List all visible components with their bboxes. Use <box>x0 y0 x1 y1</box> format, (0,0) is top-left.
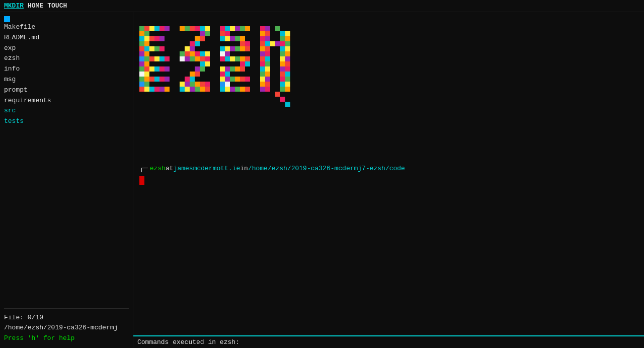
svg-rect-48 <box>149 87 154 92</box>
svg-rect-80 <box>195 66 200 72</box>
svg-rect-142 <box>220 82 225 87</box>
list-item[interactable]: requirements <box>4 96 129 106</box>
svg-rect-97 <box>205 87 210 92</box>
svg-rect-36 <box>139 72 144 77</box>
svg-rect-79 <box>205 61 210 66</box>
svg-rect-127 <box>240 61 245 66</box>
nav-touch[interactable]: TOUCH <box>47 2 67 10</box>
svg-rect-177 <box>280 56 285 61</box>
svg-rect-37 <box>144 72 149 77</box>
prompt-host: jamesmcdermott.ie <box>174 163 240 174</box>
svg-rect-54 <box>190 26 195 31</box>
svg-rect-18 <box>154 46 159 51</box>
svg-rect-2 <box>149 26 154 31</box>
svg-rect-136 <box>220 77 225 82</box>
svg-rect-189 <box>280 72 285 77</box>
list-item[interactable]: Makefile <box>4 22 129 33</box>
svg-rect-143 <box>225 82 230 87</box>
file-list: Makefile README.md exp ezsh info msg pro… <box>4 16 129 300</box>
svg-rect-34 <box>159 66 165 72</box>
svg-rect-114 <box>225 46 230 51</box>
svg-rect-145 <box>225 87 230 92</box>
file-count: File: 0/10 <box>4 313 129 323</box>
svg-rect-13 <box>139 41 144 46</box>
svg-rect-28 <box>139 61 144 66</box>
svg-rect-187 <box>260 72 265 77</box>
nav-home[interactable]: HOME <box>28 2 43 10</box>
sidebar: Makefile README.md exp ezsh info msg pro… <box>0 12 133 348</box>
prompt-line: ┌─ ezsh at jamesmcdermott.ie in /home/ez… <box>139 162 638 175</box>
svg-rect-39 <box>144 77 149 82</box>
svg-rect-120 <box>225 51 230 56</box>
svg-rect-95 <box>195 87 200 92</box>
svg-rect-115 <box>230 46 235 51</box>
svg-rect-160 <box>285 36 290 41</box>
svg-rect-57 <box>205 26 210 31</box>
svg-rect-63 <box>195 41 200 46</box>
svg-rect-50 <box>159 87 165 92</box>
svg-rect-93 <box>185 87 190 92</box>
bottom-bar-text: Commands executed in ezsh: <box>137 338 239 346</box>
svg-rect-9 <box>144 36 149 41</box>
svg-rect-32 <box>149 66 154 72</box>
list-item[interactable] <box>4 16 129 22</box>
list-item-src[interactable]: src <box>4 106 129 116</box>
svg-rect-130 <box>225 66 230 72</box>
svg-rect-128 <box>245 61 250 66</box>
svg-rect-52 <box>180 26 185 31</box>
svg-rect-157 <box>260 36 265 41</box>
svg-rect-73 <box>185 56 190 61</box>
svg-rect-134 <box>220 72 225 77</box>
svg-rect-139 <box>235 77 240 82</box>
svg-rect-184 <box>265 66 270 72</box>
svg-rect-141 <box>245 77 250 82</box>
svg-rect-200 <box>265 87 270 92</box>
svg-rect-131 <box>230 66 235 72</box>
svg-rect-61 <box>200 36 205 41</box>
logo-area <box>139 16 638 142</box>
svg-rect-168 <box>265 46 270 51</box>
svg-rect-185 <box>280 66 285 72</box>
list-item[interactable]: README.md <box>4 33 129 43</box>
main-layout: Makefile README.md exp ezsh info msg pro… <box>0 12 644 348</box>
selection-indicator <box>4 16 10 22</box>
svg-rect-116 <box>235 46 240 51</box>
svg-rect-153 <box>260 31 265 36</box>
svg-rect-117 <box>240 46 245 51</box>
list-item[interactable]: ezsh <box>4 53 129 64</box>
list-item[interactable]: msg <box>4 75 129 85</box>
svg-rect-164 <box>275 41 280 46</box>
top-nav-bar: MKDIR HOME TOUCH <box>0 0 644 12</box>
svg-rect-23 <box>144 56 149 61</box>
svg-rect-21 <box>144 51 149 56</box>
svg-rect-76 <box>200 56 205 61</box>
list-item[interactable]: info <box>4 64 129 75</box>
svg-rect-191 <box>260 77 265 82</box>
svg-rect-83 <box>195 72 200 77</box>
svg-rect-12 <box>159 36 165 41</box>
terminal-area[interactable]: ┌─ ezsh at jamesmcdermott.ie in /home/ez… <box>133 12 644 335</box>
prompt-path: /home/ezsh/2019-ca326-mcdermj7-ezsh/code <box>248 163 405 174</box>
svg-rect-194 <box>285 77 290 82</box>
prompt-in-text: in <box>240 163 248 174</box>
svg-rect-7 <box>144 31 149 36</box>
list-item[interactable]: exp <box>4 43 129 54</box>
svg-rect-56 <box>200 26 205 31</box>
svg-rect-92 <box>180 87 185 92</box>
svg-rect-192 <box>265 77 270 82</box>
svg-rect-67 <box>185 51 190 56</box>
nav-mkdir[interactable]: MKDIR <box>4 2 24 10</box>
svg-rect-190 <box>285 72 290 77</box>
svg-rect-15 <box>139 46 144 51</box>
svg-rect-140 <box>240 77 245 82</box>
main-content: ┌─ ezsh at jamesmcdermott.ie in /home/ez… <box>133 12 644 348</box>
svg-rect-137 <box>225 77 230 82</box>
list-item[interactable]: prompt <box>4 85 129 96</box>
svg-rect-108 <box>230 36 235 41</box>
svg-rect-5 <box>165 26 170 31</box>
svg-rect-27 <box>165 56 170 61</box>
svg-rect-151 <box>265 26 270 31</box>
svg-rect-150 <box>260 26 265 31</box>
list-item-tests[interactable]: tests <box>4 116 129 127</box>
svg-rect-163 <box>270 41 275 46</box>
